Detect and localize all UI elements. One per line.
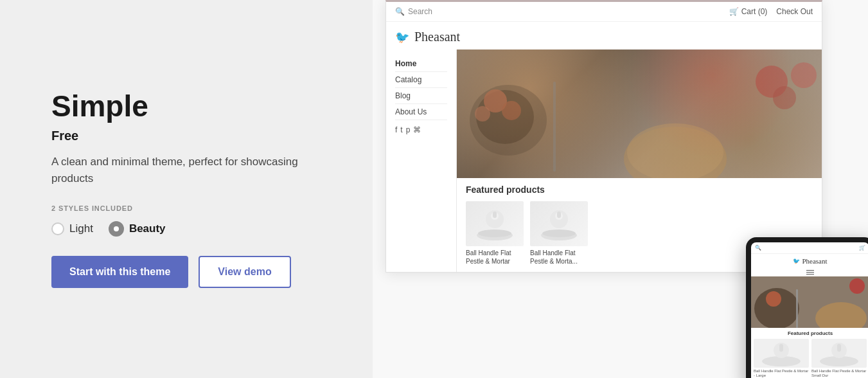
svg-point-23 [766, 291, 781, 307]
cart-text: Cart (0) [741, 7, 768, 16]
radio-beauty[interactable] [109, 221, 124, 237]
svg-rect-15 [493, 212, 497, 218]
preview-nav: Home Catalog Blog About Us f t p ⌘ [386, 50, 457, 272]
mobile-hero-image [751, 276, 868, 328]
svg-rect-30 [779, 344, 783, 352]
nav-item-home: Home [395, 56, 447, 72]
view-demo-button[interactable]: View demo [199, 256, 290, 288]
mobile-menu-icon [751, 268, 868, 276]
menu-line-3 [806, 274, 814, 274]
style-option-light[interactable]: Light [51, 222, 93, 235]
product-name-1: Ball Handle Flat Pestle & Morta... [530, 249, 588, 266]
mobile-search-icon: 🔍 [755, 245, 761, 251]
menu-line-2 [806, 272, 814, 273]
mobile-product-name-0: Ball Handle Flat Pestle & Mortar - Large [754, 369, 809, 378]
style-name-beauty: Beauty [129, 222, 166, 235]
checkout-label: Check Out [776, 7, 813, 16]
brand-name: Pheasant [414, 30, 460, 44]
menu-line-1 [806, 270, 814, 271]
svg-point-4 [475, 106, 490, 122]
svg-point-26 [849, 278, 865, 294]
mobile-cart-icon: 🛒 [859, 245, 865, 251]
start-theme-button[interactable]: Start with this theme [51, 256, 188, 288]
product-name-0: Ball Handle Flat Pestle & Mortar [466, 249, 524, 266]
preview-brand: 🐦 Pheasant [386, 22, 822, 50]
svg-rect-34 [837, 344, 841, 352]
product-image-0 [466, 201, 524, 246]
search-text: Search [408, 7, 432, 16]
mobile-preview: 🔍 🛒 🐦 Pheasant [746, 237, 868, 378]
svg-rect-5 [553, 82, 556, 172]
svg-point-10 [773, 86, 796, 109]
svg-rect-24 [796, 289, 798, 328]
svg-rect-20 [557, 212, 561, 218]
svg-point-9 [791, 62, 817, 88]
facebook-icon: f [395, 125, 397, 134]
style-options: Light Beauty [51, 221, 321, 237]
nav-item-catalog: Catalog [395, 72, 447, 88]
desktop-preview: 🔍 Search 🛒 Cart (0) Check Out 🐦 Pheasant… [385, 0, 822, 273]
mobile-bird-icon: 🐦 [793, 258, 800, 264]
pinterest-icon: p [406, 125, 411, 134]
nav-item-blog: Blog [395, 88, 447, 104]
preview-social: f t p ⌘ [395, 120, 447, 140]
mobile-featured-title: Featured products [751, 328, 868, 339]
nav-item-about: About Us [395, 104, 447, 120]
bird-icon: 🐦 [395, 30, 409, 44]
rss-icon: ⌘ [413, 125, 421, 134]
svg-point-7 [627, 123, 723, 178]
radio-light[interactable] [51, 222, 64, 235]
theme-description: A clean and minimal theme, perfect for s… [51, 154, 321, 186]
product-card-0: Ball Handle Flat Pestle & Mortar [466, 201, 524, 266]
mobile-brand-name: Pheasant [802, 257, 827, 265]
preview-topbar: 🔍 Search 🛒 Cart (0) Check Out [386, 2, 822, 22]
right-panel: 🔍 Search 🛒 Cart (0) Check Out 🐦 Pheasant… [373, 0, 868, 378]
preview-cart-area: 🛒 Cart (0) Check Out [729, 7, 813, 16]
style-name-light: Light [69, 222, 93, 235]
mobile-product-img-1 [811, 339, 867, 368]
mobile-brand: 🐦 Pheasant [751, 254, 868, 268]
preview-search: 🔍 Search [395, 7, 432, 16]
style-option-beauty[interactable]: Beauty [109, 221, 166, 237]
product-image-1 [530, 201, 588, 246]
theme-price: Free [51, 129, 321, 143]
svg-point-12 [478, 230, 511, 237]
left-panel: Simple Free A clean and minimal theme, p… [0, 0, 373, 378]
product-card-1: Ball Handle Flat Pestle & Morta... [530, 201, 588, 266]
theme-title: Simple [51, 90, 321, 123]
cart-icon: 🛒 [729, 7, 739, 16]
featured-title: Featured products [466, 184, 813, 195]
mobile-product-img-0 [754, 339, 809, 368]
search-icon: 🔍 [395, 7, 405, 16]
mobile-product-0: Ball Handle Flat Pestle & Mortar - Large… [754, 339, 809, 378]
mobile-topbar: 🔍 🛒 [751, 242, 868, 254]
mobile-products: Ball Handle Flat Pestle & Mortar - Large… [751, 339, 868, 378]
buttons-row: Start with this theme View demo [51, 256, 321, 288]
hero-image [457, 50, 822, 178]
twitter-icon: t [400, 125, 402, 134]
mobile-product-name-1: Ball Handle Flat Pestle & Mortar Small D… [811, 369, 867, 378]
svg-point-17 [542, 230, 576, 237]
svg-point-3 [502, 101, 521, 120]
styles-label: 2 STYLES INCLUDED [51, 204, 321, 212]
cart-label: 🛒 Cart (0) [729, 7, 767, 16]
mobile-product-1: Ball Handle Flat Pestle & Mortar Small D… [811, 339, 867, 378]
mobile-screen: 🔍 🛒 🐦 Pheasant [751, 242, 868, 378]
